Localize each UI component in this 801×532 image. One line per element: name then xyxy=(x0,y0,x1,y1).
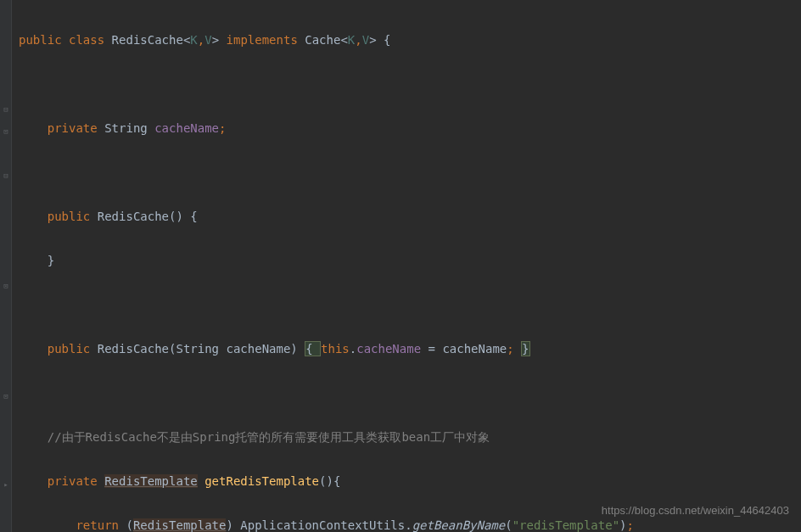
code-line: public class RedisCache<K,V> implements … xyxy=(19,29,801,51)
collapse-icon[interactable]: ⊟ xyxy=(2,98,10,107)
collapse-icon[interactable]: ⊟ xyxy=(2,165,10,173)
code-line: public RedisCache() { xyxy=(19,205,801,227)
code-editor[interactable]: public class RedisCache<K,V> implements … xyxy=(0,0,801,532)
code-line: private RedisTemplate getRedisTemplate()… xyxy=(19,470,801,492)
expand-icon[interactable]: ⊡ xyxy=(2,120,10,129)
watermark-text: https://blog.csdn.net/weixin_44642403 xyxy=(602,500,789,522)
expand-icon[interactable]: ⊡ xyxy=(2,385,10,394)
code-line: private String cacheName; xyxy=(19,117,801,139)
editor-gutter: ⊟ ⊡ ⊟ ⊡ ⊡ ▸ xyxy=(0,0,12,532)
code-line: //由于RedisCache不是由Spring托管的所有需要使用工具类获取bea… xyxy=(19,426,801,448)
code-line: } xyxy=(19,249,801,272)
code-line: public RedisCache(String cacheName) { th… xyxy=(19,338,801,360)
caret-icon[interactable]: ▸ xyxy=(2,473,10,482)
expand-icon[interactable]: ⊡ xyxy=(2,275,10,283)
